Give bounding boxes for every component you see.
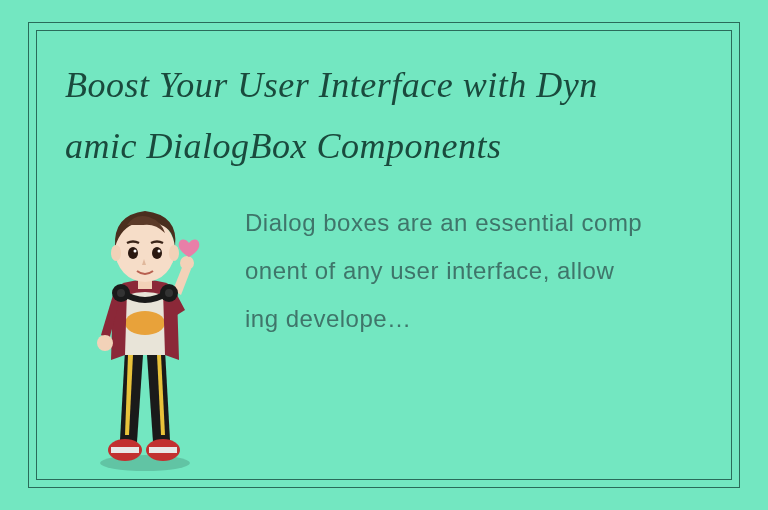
- svg-point-9: [165, 289, 173, 297]
- outer-border: Boost Your User Interface with Dyn amic …: [28, 22, 740, 488]
- svg-point-4: [97, 335, 113, 351]
- svg-point-17: [158, 250, 161, 253]
- content-row: Dialog boxes are an essential comp onent…: [65, 195, 703, 475]
- svg-point-13: [169, 245, 179, 261]
- character-avatar: [65, 195, 225, 475]
- svg-point-14: [128, 247, 138, 259]
- avatar-illustration: [65, 195, 225, 475]
- article-body: Dialog boxes are an essential comp onent…: [245, 195, 703, 343]
- svg-point-8: [117, 289, 125, 297]
- svg-point-15: [152, 247, 162, 259]
- svg-point-16: [134, 250, 137, 253]
- svg-point-3: [125, 311, 165, 335]
- body-line-3: ing develope…: [245, 305, 412, 332]
- article-title: Boost Your User Interface with Dyn amic …: [65, 55, 703, 177]
- title-line-1: Boost Your User Interface with Dyn: [65, 65, 598, 105]
- title-line-2: amic DialogBox Components: [65, 126, 501, 166]
- body-line-2: onent of any user interface, allow: [245, 257, 614, 284]
- body-line-1: Dialog boxes are an essential comp: [245, 209, 642, 236]
- svg-point-12: [111, 245, 121, 261]
- svg-point-5: [180, 256, 194, 270]
- inner-border: Boost Your User Interface with Dyn amic …: [36, 30, 732, 480]
